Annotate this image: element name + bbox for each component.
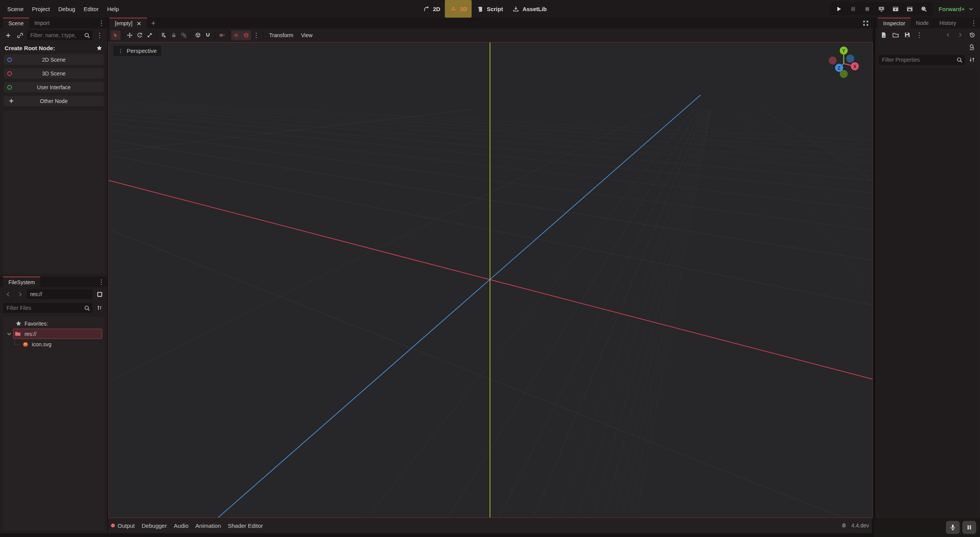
transform-menu[interactable]: Transform <box>265 32 297 38</box>
expand-viewport-button[interactable] <box>861 18 871 28</box>
tab-filesystem[interactable]: FileSystem <box>3 277 40 287</box>
camera-preview-button[interactable] <box>217 30 227 40</box>
scene-tab-empty[interactable]: [empty] <box>109 18 147 28</box>
bottom-tab-debugger[interactable]: Debugger <box>142 522 167 529</box>
menu-scene[interactable]: Scene <box>3 6 28 12</box>
workspace-script-button[interactable]: Script <box>472 0 508 18</box>
filesystem-menu-button[interactable]: ⋮ <box>95 277 108 287</box>
gizmo-x-label: X <box>853 64 856 69</box>
tab-node[interactable]: Node <box>911 18 934 28</box>
inspector-menu-button[interactable]: ⋮ <box>967 18 980 28</box>
edit-history-button[interactable] <box>967 30 977 40</box>
history-forward-button[interactable] <box>15 289 25 299</box>
tab-inspector[interactable]: Inspector <box>878 18 911 28</box>
3d-viewport[interactable]: ⋮ Perspective Y X Z <box>108 42 873 518</box>
search-icon <box>956 56 963 64</box>
rotate-mode-button[interactable] <box>135 30 145 40</box>
tab-history[interactable]: History <box>934 18 962 28</box>
new-resource-button[interactable] <box>879 30 889 40</box>
edit-back-button[interactable] <box>943 30 953 40</box>
scene-dock-menu-button[interactable]: ⋮ <box>95 18 108 28</box>
scene-tree-empty-area[interactable] <box>3 111 105 273</box>
menu-editor[interactable]: Editor <box>79 6 103 12</box>
scene-extra-menu-button[interactable]: ⋮ <box>95 30 105 40</box>
play-scene-button[interactable] <box>892 5 899 13</box>
select-mode-button[interactable] <box>111 30 121 40</box>
list-select-button[interactable] <box>159 30 169 40</box>
preview-sunlight-button[interactable] <box>231 30 241 40</box>
microphone-button[interactable] <box>946 521 960 534</box>
play-button[interactable] <box>835 5 843 13</box>
file-sort-button[interactable] <box>95 303 105 313</box>
view-mode-label[interactable]: ⋮ Perspective <box>113 46 161 56</box>
plus-icon <box>7 97 15 105</box>
pause-recording-button[interactable] <box>962 521 976 534</box>
save-resource-button[interactable] <box>902 30 912 40</box>
property-filter-input[interactable] <box>879 55 965 65</box>
workspace-2d-button[interactable]: 2D <box>418 0 445 18</box>
folder-icon <box>14 330 21 338</box>
current-path-input[interactable] <box>27 289 93 299</box>
preview-environment-button[interactable] <box>241 30 251 40</box>
create-ui-scene-button[interactable]: User Interface <box>4 82 104 92</box>
renderer-selector[interactable]: Forward+ <box>937 5 976 13</box>
play-remote-button[interactable] <box>877 5 885 13</box>
close-icon[interactable] <box>136 20 142 27</box>
stop-button[interactable] <box>863 5 871 13</box>
bottom-tab-animation[interactable]: Animation <box>195 522 221 529</box>
gizmo-neg-x[interactable] <box>829 57 837 65</box>
bottom-tab-audio[interactable]: Audio <box>174 522 188 529</box>
icon-svg-row[interactable]: icon.svg <box>3 339 105 349</box>
workspace-3d-button[interactable]: 3D <box>445 0 472 18</box>
history-back-button[interactable] <box>3 289 13 299</box>
favorite-star-icon[interactable] <box>95 44 103 52</box>
instance-scene-button[interactable] <box>15 30 25 40</box>
open-docs-button[interactable]: DOC <box>967 42 977 52</box>
edit-forward-button[interactable] <box>955 30 965 40</box>
scale-mode-button[interactable] <box>145 30 155 40</box>
property-filter-wrap <box>879 55 965 65</box>
local-space-button[interactable] <box>193 30 203 40</box>
inspector-doc-row: DOC <box>875 41 980 53</box>
add-node-button[interactable] <box>3 30 13 40</box>
file-filter-input[interactable] <box>3 303 93 313</box>
snap-toggle-button[interactable] <box>203 30 213 40</box>
create-3d-scene-button[interactable]: 3D Scene <box>4 68 104 79</box>
tab-scene[interactable]: Scene <box>3 18 29 28</box>
filesystem-filter-row <box>0 301 108 315</box>
notification-bell-icon[interactable] <box>840 522 848 529</box>
version-label[interactable]: 4.4.dev <box>851 522 869 529</box>
menu-help[interactable]: Help <box>103 6 123 12</box>
resource-extra-menu-button[interactable]: ⋮ <box>914 30 924 40</box>
bottom-tab-shader-editor[interactable]: Shader Editor <box>228 522 263 529</box>
create-2d-scene-button[interactable]: 2D Scene <box>4 54 104 65</box>
filesystem-nav-row <box>0 287 108 301</box>
filesystem-tabbar: FileSystem ⋮ <box>0 277 108 287</box>
favorites-row[interactable]: Favorites: <box>3 318 105 329</box>
tab-import[interactable]: Import <box>29 18 55 28</box>
new-scene-tab-button[interactable] <box>149 18 158 28</box>
movie-maker-button[interactable] <box>920 5 928 13</box>
right-dock: Inspector Node History ⋮ ⋮ DOC <box>875 18 980 518</box>
bottom-tab-output[interactable]: Output <box>111 522 135 529</box>
menu-debug[interactable]: Debug <box>54 6 79 12</box>
play-custom-scene-button[interactable] <box>906 5 913 13</box>
view-menu[interactable]: View <box>297 32 316 38</box>
preview-settings-menu-button[interactable]: ⋮ <box>251 30 261 40</box>
collapse-chevron-icon[interactable] <box>6 330 12 338</box>
create-other-node-button[interactable]: Other Node <box>4 96 104 106</box>
axis-gizmo[interactable]: Y X Z <box>823 45 867 83</box>
lock-selected-button[interactable] <box>169 30 179 40</box>
toggle-split-mode-button[interactable] <box>95 289 105 299</box>
property-tools-button[interactable] <box>967 55 977 65</box>
group-selected-button[interactable] <box>179 30 189 40</box>
load-resource-button[interactable] <box>890 30 900 40</box>
move-mode-button[interactable] <box>125 30 135 40</box>
run-bar: Forward+ <box>830 0 976 18</box>
favorites-label: Favorites: <box>24 321 48 327</box>
gizmo-neg-z[interactable] <box>846 55 854 63</box>
res-root-row[interactable]: res:// <box>3 329 105 339</box>
pause-button[interactable] <box>849 5 857 13</box>
menu-project[interactable]: Project <box>28 6 54 12</box>
workspace-assetlib-button[interactable]: AssetLib <box>508 0 551 18</box>
